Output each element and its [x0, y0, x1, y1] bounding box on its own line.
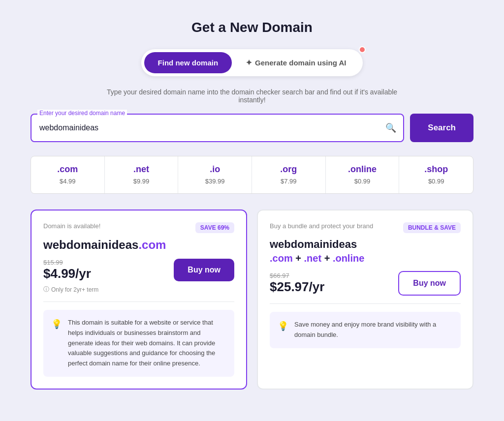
- tld-name: .com: [37, 164, 98, 175]
- bundle-label: Buy a bundle and protect your brand: [270, 222, 373, 230]
- bundle-card-divider: [270, 303, 461, 304]
- sparkle-icon: ✦: [246, 58, 252, 67]
- tld-price: $0.99: [428, 178, 444, 185]
- tld-name: .org: [258, 164, 319, 175]
- search-input[interactable]: [32, 115, 403, 141]
- page-title: Get a New Domain: [191, 20, 313, 35]
- tld-name: .net: [111, 164, 172, 175]
- bundle-tlds: .com + .net + .online: [270, 253, 461, 264]
- tld-name: .io: [184, 164, 246, 175]
- search-field-label: Enter your desired domain name: [37, 110, 127, 117]
- bundle-current-price: $25.97/yr: [270, 279, 324, 295]
- tld-online: .online: [333, 253, 364, 264]
- info-circle-icon: ⓘ: [43, 285, 49, 294]
- bundle-domain-card: Buy a bundle and protect your brand BUND…: [257, 210, 473, 390]
- term-note: ⓘ Only for 2yr+ term: [43, 285, 234, 294]
- bundle-badge: BUNDLE & SAVE: [403, 222, 461, 233]
- available-domain-name: webdomainideas.com: [43, 238, 234, 252]
- bundle-domain-name: webdomainideas: [270, 238, 461, 251]
- tld-name: .shop: [405, 164, 467, 175]
- bundle-original-price: $66.97: [270, 272, 324, 279]
- tld-item[interactable]: .org $7.99: [252, 156, 326, 193]
- notification-badge: [359, 46, 366, 53]
- bundle-card-header: Buy a bundle and protect your brand BUND…: [270, 222, 461, 233]
- buy-now-button[interactable]: Buy now: [174, 259, 234, 281]
- bundle-price-row: $66.97 $25.97/yr Buy now: [270, 271, 461, 296]
- plus-sign-1: +: [295, 253, 304, 264]
- tld-item[interactable]: .io $39.99: [178, 156, 252, 193]
- tld-price: $0.99: [354, 178, 371, 185]
- tld-grid: .com $4.99 .net $9.99 .io $39.99 .org $7…: [31, 156, 473, 194]
- info-text: This domain is suitable for a website or…: [68, 318, 226, 369]
- tld-price: $4.99: [60, 178, 76, 185]
- mode-toggle: Find new domain ✦ Generate domain using …: [141, 49, 363, 76]
- tld-item[interactable]: .online $0.99: [326, 156, 400, 193]
- availability-label: Domain is available!: [43, 222, 100, 230]
- bundle-lightbulb-icon: 💡: [278, 321, 288, 331]
- price-row: $15.99 $4.99/yr Buy now: [43, 259, 234, 281]
- find-domain-tab[interactable]: Find new domain: [144, 52, 232, 73]
- search-section: Enter your desired domain name 🔍 Search: [31, 114, 473, 142]
- tld-name: .online: [332, 164, 393, 175]
- search-icon: 🔍: [385, 122, 396, 133]
- domain-base: webdomainideas: [43, 238, 138, 251]
- lightbulb-icon: 💡: [51, 319, 62, 330]
- domain-cards: Domain is available! SAVE 69% webdomaini…: [31, 210, 473, 390]
- card-header: Domain is available! SAVE 69%: [43, 222, 234, 233]
- search-input-wrapper: Enter your desired domain name 🔍: [31, 114, 404, 142]
- bundle-info-text: Save money and enjoy more brand visibili…: [294, 320, 453, 340]
- ai-tab-label: Generate domain using AI: [255, 59, 346, 67]
- current-price: $4.99/yr: [43, 266, 91, 281]
- tld-item[interactable]: .shop $0.99: [399, 156, 473, 193]
- plus-sign-2: +: [324, 253, 333, 264]
- card-divider: [43, 301, 234, 302]
- price-block: $15.99 $4.99/yr: [43, 259, 91, 281]
- bundle-buy-now-button[interactable]: Buy now: [398, 271, 461, 296]
- save-badge: SAVE 69%: [195, 222, 234, 233]
- bundle-info-box: 💡 Save money and enjoy more brand visibi…: [270, 312, 461, 348]
- tld-item[interactable]: .com $4.99: [31, 156, 105, 193]
- tld-net: .net: [304, 253, 322, 264]
- info-box: 💡 This domain is suitable for a website …: [43, 310, 234, 377]
- domain-tld: .com: [138, 238, 166, 251]
- search-button[interactable]: Search: [410, 114, 473, 142]
- bundle-price-block: $66.97 $25.97/yr: [270, 272, 324, 295]
- tld-price: $7.99: [281, 178, 297, 185]
- tld-price: $9.99: [133, 178, 150, 185]
- tld-price: $39.99: [205, 178, 225, 185]
- tld-com: .com: [270, 253, 293, 264]
- ai-domain-tab[interactable]: ✦ Generate domain using AI: [232, 52, 360, 73]
- subtitle-text: Type your desired domain name into the d…: [104, 88, 400, 104]
- available-domain-card: Domain is available! SAVE 69% webdomaini…: [31, 210, 247, 390]
- tld-item[interactable]: .net $9.99: [105, 156, 179, 193]
- original-price: $15.99: [43, 259, 91, 266]
